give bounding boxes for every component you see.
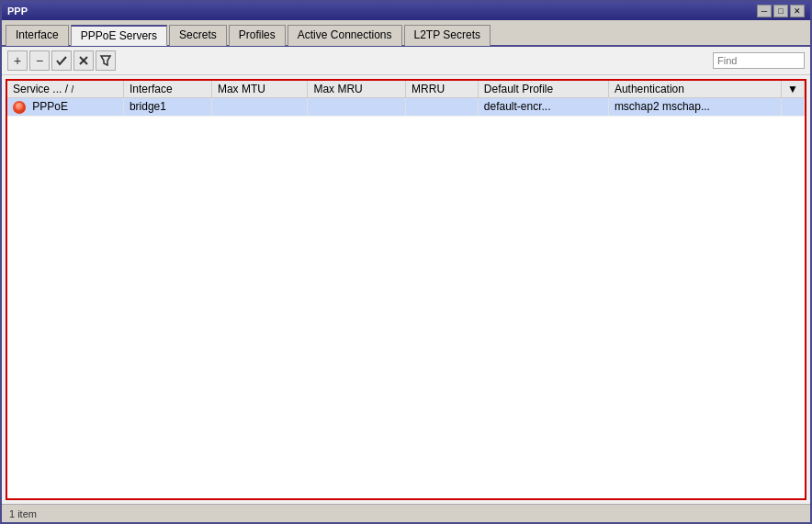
find-input[interactable] <box>713 52 805 69</box>
cell-max-mtu <box>211 98 307 117</box>
remove-button[interactable]: − <box>29 50 50 71</box>
enable-button[interactable] <box>51 50 72 71</box>
table-row[interactable]: PPPoE bridge1 default-encr... mschap2 ms… <box>7 98 805 117</box>
servers-table: Service ... / Interface Max MTU Max MRU … <box>7 81 805 117</box>
svg-marker-2 <box>101 56 110 65</box>
status-bar: 1 item <box>2 504 810 522</box>
cell-expand <box>782 98 805 117</box>
tab-bar: Interface PPPoE Servers Secrets Profiles… <box>2 20 810 47</box>
close-button[interactable]: ✕ <box>790 5 805 17</box>
tab-l2tp-secrets[interactable]: L2TP Secrets <box>404 25 491 46</box>
tab-pppoe-servers[interactable]: PPPoE Servers <box>71 25 167 46</box>
cell-max-mru <box>308 98 406 117</box>
th-max-mtu[interactable]: Max MTU <box>211 81 307 98</box>
th-authentication[interactable]: Authentication <box>608 81 781 98</box>
table-header-row: Service ... / Interface Max MTU Max MRU … <box>7 81 805 98</box>
status-text: 1 item <box>9 508 37 519</box>
toolbar: + − <box>2 47 810 75</box>
content-area: Service ... / Interface Max MTU Max MRU … <box>6 79 806 500</box>
maximize-button[interactable]: □ <box>773 5 788 17</box>
cell-mrru <box>406 98 479 117</box>
cell-interface: bridge1 <box>123 98 211 117</box>
minimize-button[interactable]: ─ <box>757 5 772 17</box>
title-bar: PPP ─ □ ✕ <box>2 2 810 20</box>
x-icon <box>77 54 90 67</box>
tab-active-connections[interactable]: Active Connections <box>288 25 402 46</box>
service-icon <box>13 101 26 114</box>
th-expand[interactable]: ▼ <box>782 81 805 98</box>
check-icon <box>55 54 68 67</box>
find-box <box>713 52 805 69</box>
tab-profiles[interactable]: Profiles <box>229 25 286 46</box>
tab-secrets[interactable]: Secrets <box>169 25 227 46</box>
cell-service: PPPoE <box>7 98 123 117</box>
th-default-profile[interactable]: Default Profile <box>478 81 608 98</box>
filter-icon <box>99 54 112 67</box>
th-interface[interactable]: Interface <box>123 81 211 98</box>
add-button[interactable]: + <box>7 50 28 71</box>
filter-button[interactable] <box>96 50 116 71</box>
cell-authentication: mschap2 mschap... <box>608 98 781 117</box>
tab-interface[interactable]: Interface <box>6 25 69 46</box>
th-mrru[interactable]: MRRU <box>406 81 479 98</box>
th-max-mru[interactable]: Max MRU <box>308 81 406 98</box>
window-title: PPP <box>7 6 28 17</box>
main-window: PPP ─ □ ✕ Interface PPPoE Servers Secret… <box>0 0 812 524</box>
disable-button[interactable] <box>73 50 94 71</box>
title-bar-buttons: ─ □ ✕ <box>757 5 805 17</box>
cell-default-profile: default-encr... <box>478 98 608 117</box>
th-service[interactable]: Service ... / <box>7 81 123 98</box>
